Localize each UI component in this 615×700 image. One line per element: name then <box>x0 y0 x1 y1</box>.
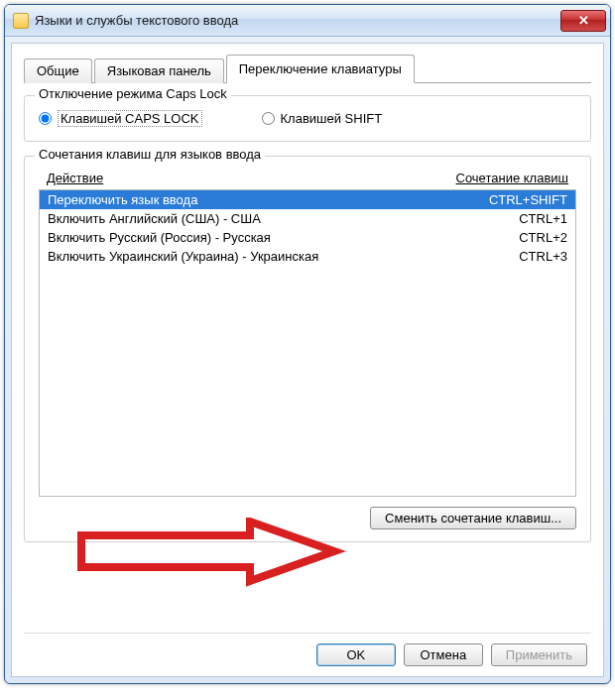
app-icon <box>13 13 29 29</box>
col-action: Действие <box>47 171 103 185</box>
row-action: Включить Украинский (Украина) - Украинск… <box>48 249 318 264</box>
radio-shift[interactable] <box>262 112 275 125</box>
tab-general[interactable]: Общие <box>24 58 92 83</box>
list-item[interactable]: Включить Русский (Россия) - Русская CTRL… <box>40 228 575 247</box>
hotkeys-listbox[interactable]: Переключить язык ввода CTRL+SHIFT Включи… <box>39 189 576 497</box>
close-icon: ✕ <box>578 13 589 28</box>
radio-capslock-wrap[interactable]: Клавишей CAPS LOCK <box>39 110 202 127</box>
radio-shift-wrap[interactable]: Клавишей SHIFT <box>262 110 383 127</box>
list-item[interactable]: Включить Английский (США) - США CTRL+1 <box>40 209 575 228</box>
row-action: Включить Английский (США) - США <box>48 211 261 226</box>
tab-switching[interactable]: Переключение клавиатуры <box>226 55 415 83</box>
close-button[interactable]: ✕ <box>560 10 606 32</box>
titlebar: Языки и службы текстового ввода ✕ <box>5 5 610 37</box>
capslock-legend: Отключение режима Caps Lock <box>35 86 231 101</box>
list-item[interactable]: Переключить язык ввода CTRL+SHIFT <box>40 190 575 209</box>
dialog-window: Языки и службы текстового ввода ✕ Общие … <box>4 4 611 684</box>
tab-langbar[interactable]: Языковая панель <box>94 58 224 83</box>
list-item[interactable]: Включить Украинский (Украина) - Украинск… <box>40 247 575 266</box>
cancel-button[interactable]: Отмена <box>404 643 483 666</box>
hotkeys-groupbox: Сочетания клавиш для языков ввода Действ… <box>24 156 591 542</box>
row-keys: CTRL+1 <box>519 211 567 226</box>
row-action: Включить Русский (Россия) - Русская <box>48 230 271 245</box>
radio-capslock[interactable] <box>39 112 52 125</box>
radio-capslock-label: Клавишей CAPS LOCK <box>58 110 202 127</box>
window-title: Языки и службы текстового ввода <box>35 13 560 28</box>
change-hotkey-button[interactable]: Сменить сочетание клавиш... <box>370 507 576 529</box>
dialog-buttons: OK Отмена Применить <box>24 633 591 666</box>
radio-shift-label: Клавишей SHIFT <box>281 111 383 126</box>
row-keys: CTRL+2 <box>519 230 567 245</box>
client-area: Общие Языковая панель Переключение клави… <box>11 43 604 677</box>
row-action: Переключить язык ввода <box>48 192 197 207</box>
row-keys: CTRL+SHIFT <box>489 192 567 207</box>
tabstrip: Общие Языковая панель Переключение клави… <box>24 54 591 83</box>
apply-button[interactable]: Применить <box>491 643 587 666</box>
ok-button[interactable]: OK <box>316 643 396 666</box>
row-keys: CTRL+3 <box>519 249 567 264</box>
list-header: Действие Сочетание клавиш <box>39 171 576 189</box>
col-keys: Сочетание клавиш <box>456 171 568 185</box>
capslock-groupbox: Отключение режима Caps Lock Клавишей CAP… <box>24 95 591 142</box>
hotkeys-legend: Сочетания клавиш для языков ввода <box>35 147 265 162</box>
